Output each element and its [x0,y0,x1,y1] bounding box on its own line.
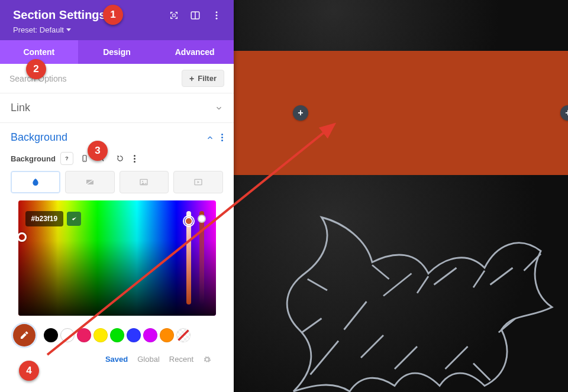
svg-point-3 [216,11,218,13]
background-type-tabs [11,171,223,193]
more-icon[interactable] [211,10,222,21]
hue-slider[interactable] [186,211,191,304]
gear-icon[interactable] [203,355,211,364]
alpha-slider[interactable] [199,211,204,304]
plus-icon: + [189,74,194,83]
bg-type-color[interactable] [11,171,60,193]
palette-recent[interactable]: Recent [169,355,193,364]
filter-button[interactable]: + Filter [182,70,224,87]
step-badge-2: 2 [26,59,46,79]
canvas-preview: + + [234,0,568,392]
panel-title: Section Settings [13,8,106,22]
alpha-thumb[interactable] [198,215,206,223]
svg-point-5 [216,17,218,19]
svg-rect-0 [173,14,176,17]
help-icon[interactable]: ? [60,152,73,165]
swatch-pink[interactable] [77,328,91,342]
bg-type-video[interactable] [173,171,223,193]
sv-cursor[interactable] [18,232,27,242]
step-badge-3: 3 [88,141,108,161]
reset-icon[interactable] [114,152,127,165]
bg-type-image[interactable] [120,171,169,193]
leaf-illustration [246,189,568,392]
step-badge-1: 1 [103,5,123,25]
palette-global[interactable]: Global [137,355,160,364]
filter-label: Filter [198,74,217,83]
eyedropper-button[interactable] [13,324,36,346]
tab-design[interactable]: Design [78,40,156,64]
chevron-down-icon [215,104,223,112]
swatch-black[interactable] [44,328,58,342]
preset-label: Preset: Default [13,25,64,34]
background-label: Background [11,154,56,163]
section-background: Background Background ? [0,123,234,372]
background-title: Background [11,131,67,144]
swatch-transparent[interactable] [176,328,191,342]
step-badge-4: 4 [19,361,39,381]
hex-badge: #b23f19 [25,211,82,226]
swatch-list [40,328,221,342]
rust-section[interactable] [234,51,568,175]
background-option-row: Background ? [11,152,223,165]
expand-icon[interactable] [169,10,179,21]
swatch-magenta[interactable] [143,328,157,342]
header-actions [169,10,222,21]
bg-type-gradient[interactable] [65,171,115,193]
sidebar-toggle-icon[interactable] [190,10,201,21]
svg-point-8 [84,160,85,161]
swatch-green[interactable] [110,328,124,342]
svg-point-11 [142,181,143,182]
dark-section-top [234,0,568,51]
hue-thumb[interactable] [185,217,193,225]
link-title: Link [11,102,30,114]
palette-tabs: Saved Global Recent [11,346,223,364]
swatch-blue[interactable] [127,328,141,342]
section-link: Link [0,93,234,123]
swatch-yellow[interactable] [93,328,108,342]
section-options-icon[interactable] [221,134,223,141]
swatch-row [11,324,223,346]
svg-text:?: ? [65,155,68,161]
link-toggle[interactable]: Link [11,102,223,114]
preset-dropdown[interactable]: Preset: Default [13,25,222,34]
add-module-left[interactable]: + [293,105,308,121]
hex-value[interactable]: #b23f19 [25,211,64,226]
option-more-icon[interactable] [131,155,138,163]
tab-advanced[interactable]: Advanced [156,40,234,64]
palette-saved[interactable]: Saved [105,355,128,364]
background-toggle[interactable]: Background [11,131,223,144]
swatch-orange[interactable] [160,328,174,342]
swatch-white[interactable] [60,328,75,342]
color-picker[interactable]: #b23f19 [18,200,216,316]
chevron-up-icon [206,134,214,142]
caret-down-icon [66,28,71,31]
svg-point-4 [216,14,218,16]
confirm-color-button[interactable] [67,212,81,226]
